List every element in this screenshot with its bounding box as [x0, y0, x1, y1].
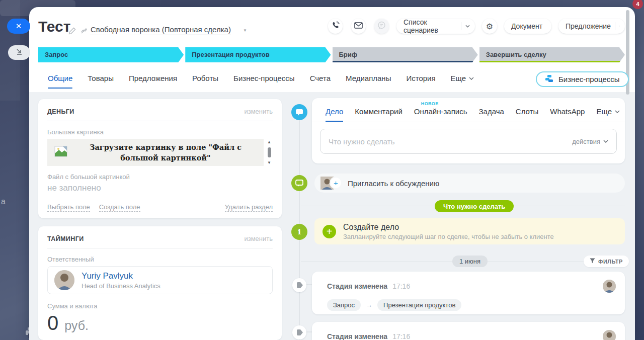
proposal-dropdown[interactable]: Предложение: [558, 19, 625, 34]
avatar: [603, 330, 616, 340]
scroll-thumb[interactable]: [268, 147, 271, 157]
entry-time: 17:16: [392, 332, 410, 340]
timings-section: ТАЙМИНГИ изменить Ответственный Yuriy Pa…: [38, 226, 282, 340]
tab-history[interactable]: История: [406, 74, 435, 89]
filter-button[interactable]: ФИЛЬТР: [584, 256, 629, 267]
proposal-label: Предложение: [566, 22, 611, 30]
big-picture-label: Большая картинка: [47, 128, 273, 136]
stage-from-badge: Запрос: [327, 299, 361, 311]
copy-link-icon[interactable]: [80, 27, 88, 37]
new-badge: НОВОЕ: [421, 101, 439, 106]
responsible-role: Head of Business Analytics: [82, 282, 160, 290]
tag-icon: [296, 282, 303, 288]
responsible-card[interactable]: Yuriy Pavlyuk Head of Business Analytics: [47, 266, 273, 294]
add-user-icon[interactable]: +: [331, 178, 341, 188]
deal-title: Тест: [38, 18, 71, 35]
money-section: ДЕНЬГИ изменить Большая картинка Загрузи…: [38, 99, 282, 218]
amount-value: 0: [47, 312, 58, 334]
notification-badge[interactable]: 4: [632, 0, 643, 9]
tab-more[interactable]: Еще: [451, 74, 474, 89]
hint-subtitle: Запланируйте следующий шаг по сделке, чт…: [343, 233, 554, 240]
deal-stage-bar: Запрос Презентация продуктов Бриф Заверш…: [38, 47, 625, 62]
tab-products[interactable]: Товары: [88, 74, 114, 89]
create-field-link[interactable]: Создать поле: [99, 203, 140, 212]
timeline-entry[interactable]: Стадия изменена 17:16: [312, 322, 625, 340]
chevron-down-icon: [465, 25, 470, 28]
mail-icon: [354, 22, 363, 31]
chevron-down-icon: [615, 110, 620, 113]
delete-section-link[interactable]: Удалить раздел: [225, 203, 273, 212]
org-chart-icon: [545, 74, 554, 84]
tab-business-processes[interactable]: Бизнес-процессы: [233, 74, 295, 89]
add-activity-button[interactable]: +: [323, 225, 336, 238]
scroll-up-icon[interactable]: ▲: [267, 140, 271, 144]
tab-mediaplans[interactable]: Медиапланы: [346, 74, 391, 89]
edit-timings-link[interactable]: изменить: [244, 235, 273, 242]
tag-icon: [296, 329, 303, 335]
tab-robots[interactable]: Роботы: [192, 74, 218, 89]
tl-tab-activity[interactable]: Дело: [326, 107, 343, 122]
tab-general[interactable]: Общие: [48, 74, 72, 89]
document-dropdown[interactable]: Документ: [504, 19, 551, 34]
bp-button-label: Бизнес-процессы: [558, 75, 620, 83]
section-title: ДЕНЬГИ: [47, 108, 74, 115]
activity-comment-icon: [291, 104, 307, 120]
todo-input-placeholder: Что нужно сделать: [329, 137, 572, 146]
discussion-icon: [291, 175, 307, 191]
open-line-chat-button: [374, 19, 389, 34]
stage-brief[interactable]: Бриф: [333, 47, 478, 62]
edit-title-icon[interactable]: [68, 27, 76, 37]
hint-title[interactable]: Создайте дело: [343, 223, 554, 232]
actions-dropdown[interactable]: действия: [572, 138, 608, 145]
tl-tab-whatsapp[interactable]: WhatsApp: [550, 107, 585, 122]
divider: [461, 22, 461, 30]
chevron-down-icon: [469, 77, 474, 80]
stage-underline: [333, 61, 478, 62]
entry-title: Стадия изменена: [327, 282, 387, 290]
filter-icon: [590, 258, 595, 265]
collapse-button[interactable]: [8, 45, 30, 60]
tl-tab-slots[interactable]: Слоты: [516, 107, 538, 122]
tab-invoices[interactable]: Счета: [310, 74, 331, 89]
todo-input[interactable]: Что нужно сделать действия: [320, 129, 617, 154]
tl-tab-online-booking[interactable]: НОВОЕ Онлайн-запись: [414, 107, 467, 122]
scroll-down-icon[interactable]: ▼: [267, 160, 271, 165]
scenarios-label: Список сценариев: [404, 18, 457, 34]
tl-tab-task[interactable]: Задача: [479, 107, 504, 122]
stage-change-marker: [292, 278, 306, 292]
info-icon: i: [291, 224, 307, 240]
chat-icon: [377, 21, 386, 31]
amount-label: Сумма и валюта: [47, 302, 273, 310]
timeline-entry[interactable]: Стадия изменена 17:16 Запрос → Презентац…: [312, 272, 625, 314]
file-field-value: не заполнено: [47, 183, 273, 193]
chevron-down-icon: [619, 25, 620, 28]
field-scrollbar[interactable]: ▲ ▼: [266, 139, 273, 166]
broken-image-icon: [54, 146, 67, 159]
email-button[interactable]: [351, 19, 366, 34]
call-button[interactable]: [328, 19, 343, 34]
stage-zapros[interactable]: Запрос: [38, 47, 184, 62]
chevron-down-icon[interactable]: ▼: [243, 28, 247, 33]
file-field-label: Файл с большой картинкой: [47, 173, 273, 181]
deal-tabs: Общие Товары Предложения Роботы Бизнес-п…: [48, 74, 474, 89]
invite-to-discussion[interactable]: + Пригласить к обсуждению: [314, 174, 625, 193]
settings-button[interactable]: ⚙: [482, 19, 497, 34]
business-processes-button[interactable]: Бизнес-процессы: [536, 71, 629, 87]
document-label: Документ: [511, 22, 542, 30]
responsible-name[interactable]: Yuriy Pavlyuk: [82, 271, 160, 281]
funnel-selector[interactable]: Свободная воронка (Повторная сделка): [91, 25, 231, 35]
todo-scroll-button[interactable]: Что нужно сделать: [435, 200, 514, 212]
close-button[interactable]: ✕: [7, 19, 30, 34]
big-picture-placeholder: Загрузите картинку в поле "Файл с большо…: [47, 139, 264, 166]
edit-money-link[interactable]: изменить: [244, 108, 273, 115]
select-field-link[interactable]: Выбрать поле: [47, 203, 90, 212]
stage-close-deal[interactable]: Завершить сделку: [479, 47, 625, 62]
tab-proposals[interactable]: Предложения: [129, 74, 177, 89]
gear-icon: ⚙: [486, 22, 493, 31]
entry-time: 17:16: [392, 282, 410, 290]
timeline-tabs: Дело Комментарий НОВОЕ Онлайн-запись Зад…: [312, 98, 625, 122]
tl-tab-comment[interactable]: Комментарий: [355, 107, 402, 122]
stage-presentation[interactable]: Презентация продуктов: [185, 47, 331, 62]
scenarios-dropdown[interactable]: Список сценариев: [396, 19, 475, 34]
tl-tab-more[interactable]: Еще: [596, 107, 620, 122]
